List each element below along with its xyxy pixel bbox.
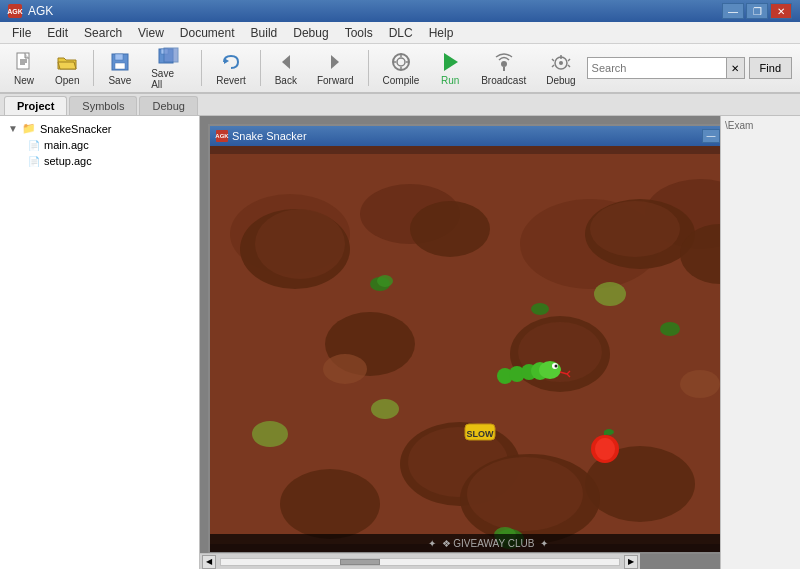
root-folder-label: SnakeSnacker <box>40 123 112 135</box>
back-button[interactable]: Back <box>266 46 306 90</box>
svg-point-35 <box>255 209 345 279</box>
game-title-text: Snake Snacker <box>232 130 307 142</box>
find-button[interactable]: Find <box>749 57 792 79</box>
menu-debug[interactable]: Debug <box>285 24 336 42</box>
giveaway-icon: ✦ <box>428 538 436 549</box>
menu-help[interactable]: Help <box>421 24 462 42</box>
svg-rect-6 <box>115 63 125 69</box>
debug-icon <box>550 51 572 73</box>
svg-point-50 <box>377 275 393 287</box>
bottom-scrollbar: ◀ ▶ <box>200 553 640 569</box>
svg-point-74 <box>594 282 626 306</box>
main-area: ▼ 📁 SnakeSnacker 📄 main.agc 📄 setup.agc … <box>0 116 800 569</box>
scroll-right-arrow[interactable]: ▶ <box>624 555 638 569</box>
giveaway-banner: ✦ ❖ GIVEAWAY CLUB ✦ <box>210 534 720 552</box>
svg-text:SLOW: SLOW <box>467 429 495 439</box>
save-all-button[interactable]: Save All <box>142 46 196 90</box>
svg-point-28 <box>559 61 563 65</box>
tree-file-main[interactable]: 📄 main.agc <box>0 137 199 153</box>
svg-line-24 <box>552 59 554 61</box>
right-panel: \Exam <box>720 116 800 569</box>
new-button[interactable]: New <box>4 46 44 90</box>
svg-point-48 <box>467 457 583 531</box>
toolbar-search: ✕ Find <box>587 57 792 79</box>
tab-project[interactable]: Project <box>4 96 67 115</box>
menu-file[interactable]: File <box>4 24 39 42</box>
run-button[interactable]: Run <box>430 46 470 90</box>
debug-toolbar-button[interactable]: Debug <box>537 46 584 90</box>
tree-root[interactable]: ▼ 📁 SnakeSnacker <box>0 120 199 137</box>
search-clear-button[interactable]: ✕ <box>727 57 745 79</box>
left-panel: ▼ 📁 SnakeSnacker 📄 main.agc 📄 setup.agc <box>0 116 200 569</box>
save-button[interactable]: Save <box>99 46 140 90</box>
tree-file-setup[interactable]: 📄 setup.agc <box>0 153 199 169</box>
menu-document[interactable]: Document <box>172 24 243 42</box>
left-panel-content: ▼ 📁 SnakeSnacker 📄 main.agc 📄 setup.agc <box>0 116 199 569</box>
giveaway-text: ❖ GIVEAWAY CLUB <box>442 538 535 549</box>
search-input[interactable] <box>587 57 727 79</box>
menu-edit[interactable]: Edit <box>39 24 76 42</box>
open-button[interactable]: Open <box>46 46 88 90</box>
compile-button[interactable]: Compile <box>374 46 429 90</box>
svg-point-60 <box>595 438 615 460</box>
game-minimize-button[interactable]: — <box>702 129 720 143</box>
broadcast-button[interactable]: Broadcast <box>472 46 535 90</box>
restore-button[interactable]: ❐ <box>746 3 768 19</box>
svg-point-46 <box>280 469 380 539</box>
svg-point-62 <box>604 429 614 435</box>
svg-marker-12 <box>331 55 339 69</box>
file-main-label: main.agc <box>44 139 89 151</box>
forward-icon <box>324 51 346 73</box>
file-icon-setup: 📄 <box>28 156 40 167</box>
revert-icon <box>220 51 242 73</box>
svg-point-14 <box>397 58 405 66</box>
right-panel-label: \Exam <box>725 120 796 131</box>
svg-rect-0 <box>17 53 29 69</box>
menu-view[interactable]: View <box>130 24 172 42</box>
toolbar: New Open Save Save <box>0 44 800 94</box>
svg-point-36 <box>410 201 490 257</box>
menu-tools[interactable]: Tools <box>337 24 381 42</box>
menu-dlc[interactable]: DLC <box>381 24 421 42</box>
minimize-button[interactable]: — <box>722 3 744 19</box>
close-button[interactable]: ✕ <box>770 3 792 19</box>
sep4 <box>368 50 369 86</box>
menu-search[interactable]: Search <box>76 24 130 42</box>
scroll-thumb[interactable] <box>340 559 380 565</box>
back-icon <box>275 51 297 73</box>
game-titlebar-left: AGK Snake Snacker <box>216 130 307 142</box>
svg-marker-10 <box>224 58 229 64</box>
center-area: AGK Snake Snacker — ❐ ✕ SCORE: 0 HIGH SC… <box>200 116 720 569</box>
save-all-icon <box>158 46 180 66</box>
expand-icon: ▼ <box>8 123 18 134</box>
svg-point-52 <box>660 322 680 336</box>
game-titlebar: AGK Snake Snacker — ❐ ✕ <box>210 126 720 146</box>
file-setup-label: setup.agc <box>44 155 92 167</box>
giveaway-icon2: ✦ <box>540 538 548 549</box>
forward-label: Forward <box>317 75 354 86</box>
tab-debug[interactable]: Debug <box>139 96 197 115</box>
svg-point-51 <box>531 303 549 315</box>
game-titlebar-controls: — ❐ ✕ <box>702 129 720 143</box>
sep2 <box>201 50 202 86</box>
scroll-left-arrow[interactable]: ◀ <box>202 555 216 569</box>
run-label: Run <box>441 75 459 86</box>
open-icon <box>56 51 78 73</box>
revert-button[interactable]: Revert <box>207 46 254 90</box>
svg-point-38 <box>590 201 680 257</box>
svg-marker-11 <box>282 55 290 69</box>
forward-button[interactable]: Forward <box>308 46 363 90</box>
svg-line-27 <box>568 65 570 67</box>
title-bar-left: AGK AGK <box>8 4 53 18</box>
svg-line-26 <box>552 65 554 67</box>
tab-symbols[interactable]: Symbols <box>69 96 137 115</box>
title-controls: — ❐ ✕ <box>722 3 792 19</box>
svg-point-20 <box>501 61 507 67</box>
broadcast-icon <box>493 51 515 73</box>
svg-marker-19 <box>444 53 458 71</box>
folder-icon: 📁 <box>22 122 36 135</box>
file-icon-main: 📄 <box>28 140 40 151</box>
revert-label: Revert <box>216 75 245 86</box>
svg-point-56 <box>680 370 720 398</box>
menu-build[interactable]: Build <box>243 24 286 42</box>
